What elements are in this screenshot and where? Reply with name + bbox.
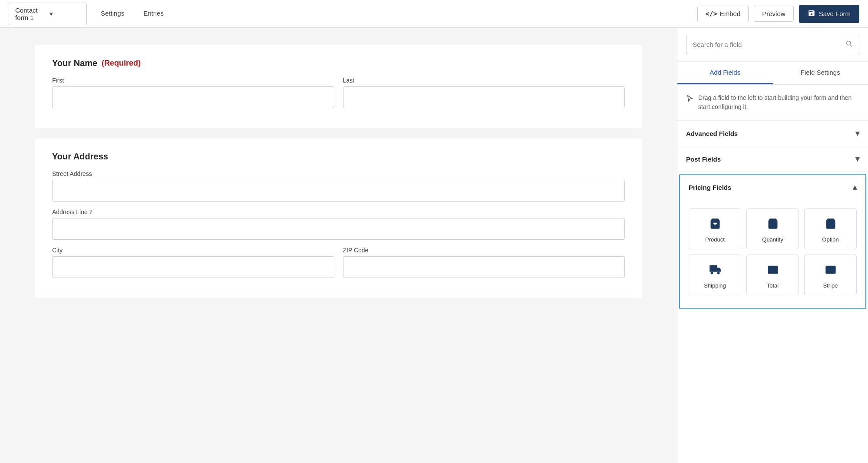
stripe-icon: S [825, 264, 837, 279]
name-field-row: First Last [52, 77, 625, 108]
embed-label: Embed [720, 10, 741, 17]
quantity-label: Quantity [762, 236, 783, 243]
first-name-label: First [52, 77, 334, 84]
product-icon [709, 218, 721, 233]
field-card-option[interactable]: Option [804, 208, 857, 249]
city-input[interactable] [52, 256, 334, 278]
embed-icon: </> [706, 10, 717, 18]
main-layout: Your Name (Required) First Last Your Add… [0, 28, 868, 463]
post-fields-chevron: ▾ [855, 154, 859, 164]
quantity-icon [767, 218, 779, 233]
street-col: Street Address [52, 170, 625, 202]
name-required-label: (Required) [102, 59, 141, 68]
topbar-left: Contact form 1 ▾ Settings Entries [9, 1, 697, 27]
svg-rect-4 [768, 266, 778, 274]
nav-entries[interactable]: Entries [134, 1, 173, 27]
option-label: Option [822, 236, 838, 243]
topbar: Contact form 1 ▾ Settings Entries </> Em… [0, 0, 868, 28]
name-section: Your Name (Required) First Last [35, 45, 642, 128]
svg-point-0 [771, 223, 774, 226]
street-input[interactable] [52, 180, 625, 202]
topbar-actions: </> Embed Preview Save Form [697, 5, 859, 23]
tab-field-settings[interactable]: Field Settings [773, 62, 868, 84]
form-selector-chevron: ▾ [50, 10, 80, 18]
nav-settings[interactable]: Settings [91, 1, 134, 27]
last-name-input[interactable] [343, 86, 625, 108]
field-card-shipping[interactable]: Shipping [689, 255, 741, 295]
panel-tabs: Add Fields Field Settings [677, 62, 868, 85]
form-selector-value: Contact form 1 [15, 7, 46, 21]
shipping-label: Shipping [704, 282, 726, 289]
search-wrapper [686, 35, 859, 54]
city-label: City [52, 247, 334, 254]
accordion-advanced-header[interactable]: Advanced Fields ▾ [677, 121, 868, 146]
field-card-stripe[interactable]: S Stripe [804, 255, 857, 295]
pricing-fields-content: Product Quantity [680, 200, 865, 308]
right-panel: Add Fields Field Settings Drag a field t… [677, 28, 868, 463]
total-label: Total [767, 282, 779, 289]
address2-col: Address Line 2 [52, 208, 625, 240]
advanced-fields-chevron: ▾ [855, 129, 859, 138]
first-name-col: First [52, 77, 334, 108]
svg-point-1 [831, 221, 833, 223]
advanced-fields-label: Advanced Fields [686, 130, 738, 137]
stripe-label: Stripe [823, 282, 838, 289]
form-canvas: Your Name (Required) First Last Your Add… [0, 28, 677, 463]
accordion-pricing-header[interactable]: Pricing Fields ▴ [680, 175, 865, 200]
product-label: Product [705, 236, 725, 243]
topbar-nav: Settings Entries [91, 1, 173, 27]
preview-label: Preview [762, 10, 785, 17]
search-icon [845, 40, 853, 50]
name-title-text: Your Name [52, 58, 97, 68]
total-icon [767, 264, 779, 279]
address2-label: Address Line 2 [52, 208, 625, 215]
address2-row: Address Line 2 [52, 208, 625, 240]
first-name-input[interactable] [52, 86, 334, 108]
field-card-total[interactable]: Total [746, 255, 799, 295]
accordion-advanced-fields: Advanced Fields ▾ [677, 121, 868, 146]
last-name-col: Last [343, 77, 625, 108]
svg-text:S: S [828, 266, 832, 274]
save-form-button[interactable]: Save Form [799, 5, 859, 23]
tab-add-fields[interactable]: Add Fields [677, 62, 773, 84]
cursor-icon [686, 94, 694, 106]
save-form-label: Save Form [819, 10, 851, 17]
preview-button[interactable]: Preview [754, 6, 793, 22]
street-row: Street Address [52, 170, 625, 202]
address-section-title: Your Address [52, 152, 625, 162]
accordion-post-fields: Post Fields ▾ [677, 146, 868, 172]
search-input[interactable] [693, 41, 842, 48]
svg-point-3 [717, 272, 719, 274]
address2-input[interactable] [52, 218, 625, 240]
zip-col: ZIP Code [343, 247, 625, 278]
city-col: City [52, 247, 334, 278]
panel-search [677, 28, 868, 62]
accordion-pricing-fields: Pricing Fields ▴ Product [679, 174, 866, 309]
zip-input[interactable] [343, 256, 625, 278]
pricing-cards-grid: Product Quantity [689, 204, 857, 300]
address-title-text: Your Address [52, 152, 108, 162]
drag-hint: Drag a field to the left to start buildi… [677, 85, 868, 121]
embed-button[interactable]: </> Embed [697, 6, 749, 22]
field-card-product[interactable]: Product [689, 208, 741, 249]
last-name-label: Last [343, 77, 625, 84]
pricing-fields-chevron: ▴ [853, 182, 857, 192]
post-fields-label: Post Fields [686, 155, 721, 163]
drag-hint-text: Drag a field to the left to start buildi… [698, 93, 859, 112]
panel-body: Drag a field to the left to start buildi… [677, 85, 868, 463]
svg-point-2 [710, 272, 713, 274]
option-icon [825, 218, 837, 233]
field-card-quantity[interactable]: Quantity [746, 208, 799, 249]
pricing-fields-label: Pricing Fields [689, 184, 731, 191]
street-label: Street Address [52, 170, 625, 177]
address-section: Your Address Street Address Address Line… [35, 139, 642, 298]
shipping-icon [709, 264, 721, 279]
name-section-title: Your Name (Required) [52, 58, 625, 68]
save-icon [808, 9, 815, 19]
accordion-post-header[interactable]: Post Fields ▾ [677, 146, 868, 172]
form-selector[interactable]: Contact form 1 ▾ [9, 3, 87, 25]
city-zip-row: City ZIP Code [52, 247, 625, 278]
zip-label: ZIP Code [343, 247, 625, 254]
